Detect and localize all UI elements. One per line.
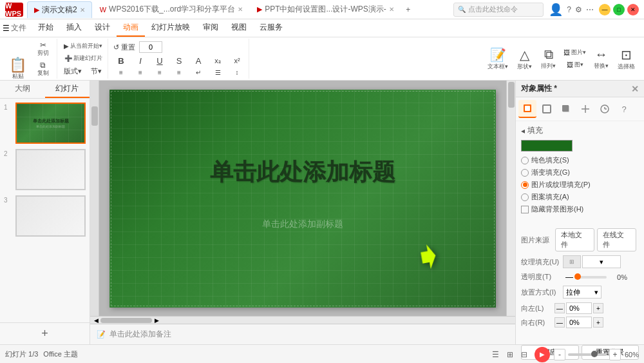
- align-justify-btn[interactable]: ≡: [170, 68, 188, 77]
- tab-insert[interactable]: 插入: [60, 19, 88, 37]
- texture-select-btn[interactable]: ▾: [582, 255, 621, 268]
- tab-close-3[interactable]: ✕: [389, 6, 394, 13]
- transparency-slider[interactable]: [574, 276, 607, 279]
- shadow-tab-btn[interactable]: [557, 100, 575, 118]
- image-btn[interactable]: 🖼 图片▾: [561, 47, 589, 58]
- play-slideshow-btn[interactable]: ▶: [535, 347, 550, 362]
- italic-btn[interactable]: I: [131, 55, 149, 66]
- texture-preview[interactable]: ⊞: [563, 255, 581, 268]
- slide-item-2[interactable]: 2: [4, 149, 86, 190]
- notes-area[interactable]: 📝 单击此处添加备注: [90, 324, 515, 344]
- user-avatar[interactable]: 👤: [549, 3, 563, 17]
- subscript-btn[interactable]: x₂: [209, 56, 227, 66]
- replace-btn[interactable]: ↔ 替换▾: [590, 45, 612, 72]
- more-icon[interactable]: ⋯: [586, 5, 594, 14]
- offset-right-plus[interactable]: +: [593, 317, 603, 328]
- tab-animation[interactable]: 动画: [117, 19, 145, 37]
- slide-canvas[interactable]: 单击此处添加标题 单击此处添加副标题 ➧: [109, 90, 496, 308]
- time-tab-btn[interactable]: [596, 100, 614, 118]
- maximize-btn[interactable]: □: [613, 4, 625, 15]
- layout-btn[interactable]: 版式▾: [61, 65, 84, 77]
- online-file-btn[interactable]: 在线文件: [597, 228, 636, 251]
- tab-close-1[interactable]: ✕: [80, 6, 85, 14]
- tab-view[interactable]: 视图: [225, 19, 253, 37]
- scroll-right-btn[interactable]: ▶: [152, 317, 161, 324]
- spacing-btn[interactable]: ↕: [228, 68, 246, 77]
- h-scrollbar[interactable]: ◀ ▶: [90, 316, 515, 324]
- pattern-fill-radio[interactable]: [521, 193, 529, 201]
- transparency-thumb[interactable]: [574, 273, 581, 280]
- slide-thumb-2[interactable]: [15, 149, 86, 190]
- settings-icon[interactable]: ⚙: [575, 5, 582, 14]
- hide-bg-checkbox[interactable]: [521, 206, 529, 213]
- view-grid-btn[interactable]: ⊞: [504, 348, 516, 361]
- file-tab[interactable]: 文件: [11, 23, 26, 34]
- bold-btn[interactable]: B: [112, 55, 130, 66]
- properties-close[interactable]: ✕: [631, 84, 639, 94]
- canvas-area[interactable]: 单击此处添加标题 单击此处添加副标题 ➧: [90, 81, 515, 316]
- slide-subtitle[interactable]: 单击此处添加副标题: [262, 219, 343, 230]
- fill-color-preview[interactable]: [521, 140, 573, 152]
- from-start-btn[interactable]: ▶ 从当前开始▾: [61, 41, 105, 52]
- offset-right-minus[interactable]: —: [554, 317, 565, 328]
- tab-close-2[interactable]: ✕: [238, 6, 243, 13]
- new-slide-btn[interactable]: ➕ 新建幻灯片: [62, 53, 105, 64]
- tab-ppt[interactable]: ▶ PPT中如何设置图...设计-WPS演示- ✕: [251, 1, 401, 18]
- close-btn[interactable]: ✕: [627, 4, 639, 15]
- command-search[interactable]: 🔍 点击此处找命令: [453, 3, 544, 17]
- right-scrollbar[interactable]: [506, 81, 515, 316]
- menu-icon[interactable]: ☰: [3, 24, 10, 33]
- paste-btn[interactable]: 📋 粘贴: [5, 56, 30, 83]
- shape-btn[interactable]: △ 形状▾: [513, 45, 536, 73]
- zoom-minus-btn[interactable]: -: [554, 349, 565, 360]
- collapse-icon[interactable]: ◂: [521, 126, 525, 135]
- textbox-btn[interactable]: 📝 文本框▾: [484, 45, 512, 73]
- slide-item-1[interactable]: 1 单击此处添加标题 单击此处添加副标题: [4, 103, 86, 144]
- gradient-fill-radio[interactable]: [521, 169, 529, 177]
- view-grid2-btn[interactable]: ⊟: [518, 348, 531, 361]
- arrange-btn[interactable]: ⧉ 排列▾: [537, 45, 560, 72]
- minimize-btn[interactable]: —: [599, 4, 611, 15]
- align-right-btn[interactable]: ≡: [151, 68, 169, 77]
- align-center-btn[interactable]: ≡: [131, 68, 149, 77]
- indent-btn[interactable]: ↵: [189, 68, 207, 77]
- superscript-btn[interactable]: x²: [228, 56, 246, 65]
- font-color-btn[interactable]: A: [189, 55, 207, 66]
- add-slide-btn[interactable]: +: [0, 322, 90, 344]
- offset-left-minus[interactable]: —: [554, 303, 565, 313]
- tab-wps2016[interactable]: W WPS2016下载_...ord学习和分享平台 ✕: [93, 1, 249, 18]
- trans-minus-icon[interactable]: —: [565, 273, 573, 282]
- list-btn[interactable]: ☰: [209, 68, 227, 77]
- picture-fill-radio[interactable]: [521, 181, 529, 189]
- select-btn[interactable]: ⊡ 选择格: [614, 45, 639, 73]
- font-size-input[interactable]: [139, 41, 162, 53]
- view-normal-btn[interactable]: ☰: [489, 348, 502, 361]
- outline-tab[interactable]: 大纲: [0, 81, 45, 98]
- offset-left-plus[interactable]: +: [593, 303, 603, 313]
- reset-btn[interactable]: ↺ 重置: [112, 41, 137, 54]
- tab-review[interactable]: 审阅: [196, 19, 225, 37]
- section-btn[interactable]: 节▾: [87, 65, 105, 77]
- solid-fill-radio[interactable]: [521, 157, 529, 164]
- add-tab-btn[interactable]: +: [402, 3, 415, 16]
- tab-slideshow[interactable]: 幻灯片放映: [145, 19, 196, 37]
- border-tab-btn[interactable]: [538, 100, 556, 118]
- offset-right-input[interactable]: [566, 317, 592, 328]
- copy-btn[interactable]: ⧉ 复制: [32, 60, 54, 79]
- left-scrollbar[interactable]: [90, 81, 99, 316]
- fill-tab-btn[interactable]: [518, 100, 536, 118]
- scroll-left-btn[interactable]: ◀: [91, 317, 100, 324]
- strike-btn[interactable]: S: [170, 55, 188, 66]
- slide-item-3[interactable]: 3: [4, 195, 86, 237]
- tab-home[interactable]: 开始: [32, 19, 60, 37]
- cut-btn[interactable]: ✂ 剪切: [32, 40, 54, 59]
- offset-left-input[interactable]: [566, 302, 592, 314]
- h-scroll-thumb[interactable]: [100, 318, 152, 323]
- tab-design[interactable]: 设计: [88, 19, 117, 37]
- pic-btn[interactable]: 🖼 图▾: [561, 59, 589, 70]
- slide-thumb-1[interactable]: 单击此处添加标题 单击此处添加副标题: [15, 103, 86, 144]
- fill-method-select[interactable]: 拉伸 ▾: [563, 286, 601, 299]
- slide-thumb-3[interactable]: [15, 195, 86, 237]
- tab-presentation[interactable]: ▶ 演示文稿2 ✕: [27, 1, 92, 18]
- underline-btn[interactable]: U: [151, 55, 169, 66]
